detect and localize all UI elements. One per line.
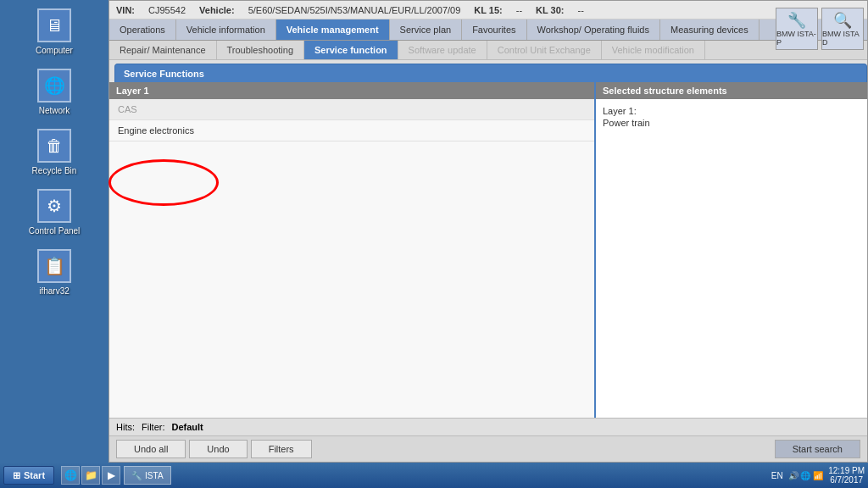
ifharv32-label: ifharv32 (39, 286, 70, 296)
sub-nav: Repair/ Maintenance Troubleshooting Serv… (109, 41, 867, 60)
taskbar-clock: 12:19 PM 6/7/2017 (828, 466, 865, 485)
nav-favourites[interactable]: Favourites (462, 19, 526, 40)
layer1-list: CAS Engine electronics (109, 99, 594, 418)
filter-label: Filter: (142, 422, 165, 432)
main-nav: Operations Vehicle information Vehicle m… (109, 19, 867, 41)
language-indicator: EN (771, 471, 783, 480)
computer-icon[interactable]: 🖥 Computer (20, 8, 88, 55)
control-panel-icon[interactable]: ⚙ Control Panel (20, 189, 88, 236)
ifharv32-icon[interactable]: 📋 ifharv32 (20, 249, 88, 296)
nav-vehicle-info[interactable]: Vehicle information (176, 19, 276, 40)
subnav-software-update: Software update (398, 41, 487, 59)
subnav-vehicle-mod: Vehicle modification (602, 41, 705, 59)
network-label: Network (39, 106, 70, 115)
right-panel: Selected structure elements Layer 1: Pow… (596, 82, 867, 418)
vin-label: VIN: (116, 5, 135, 15)
recycle-label: Recycle Bin (32, 166, 77, 175)
taskbar-ie-icon[interactable]: 🌐 (61, 466, 80, 485)
recycle-bin-icon[interactable]: 🗑 Recycle Bin (20, 129, 88, 175)
kl30-value: -- (578, 5, 584, 15)
main-app-window: 🔧 BMW ISTA-P 🔍 BMW ISTA D VIN: CJ95542 V… (108, 0, 868, 463)
list-item-engine-electronics[interactable]: Engine electronics (109, 120, 594, 141)
nav-measuring[interactable]: Measuring devices (660, 19, 760, 40)
recycle-icon-img: 🗑 (37, 129, 71, 163)
subnav-troubleshooting[interactable]: Troubleshooting (217, 41, 304, 59)
undo-button[interactable]: Undo (189, 440, 247, 458)
control-panel-label: Control Panel (29, 226, 81, 236)
taskbar-quick-icons: 🌐 📁 ▶ (61, 466, 120, 485)
control-panel-icon-img: ⚙ (37, 189, 71, 223)
struct-layer1-value: Power train (603, 118, 860, 128)
list-item-cas[interactable]: CAS (109, 99, 594, 120)
start-button[interactable]: ⊞ Start (3, 466, 54, 485)
nav-service-plan[interactable]: Service plan (390, 19, 463, 40)
network-icon[interactable]: 🌐 Network (20, 69, 88, 115)
hits-label: Hits: (116, 422, 135, 432)
bmw-ista-d-button[interactable]: 🔍 BMW ISTA D (821, 8, 864, 50)
filters-button[interactable]: Filters (251, 440, 312, 458)
action-buttons-bar: Undo all Undo Filters Start search (109, 435, 867, 462)
status-bar: Hits: Filter: Default (109, 418, 867, 435)
content-area: Layer 1 CAS Engine electronics Selected … (109, 82, 867, 418)
vin-value: CJ95542 (148, 5, 186, 15)
nav-operations[interactable]: Operations (109, 19, 176, 40)
vehicle-label: Vehicle: (199, 5, 235, 15)
vin-bar: VIN: CJ95542 Vehicle: 5/E60/SEDAN/525I/N… (109, 1, 867, 19)
subnav-control-unit: Control Unit Exchange (487, 41, 602, 59)
taskbar-right: EN 🔊 🌐 📶 12:19 PM 6/7/2017 (771, 466, 865, 485)
start-search-button[interactable]: Start search (775, 440, 860, 458)
kl15-value: -- (516, 5, 522, 15)
service-functions-tab-area: Service Functions (109, 60, 867, 82)
struct-layer1-label: Layer 1: (603, 106, 860, 116)
desktop-icons-area: 🖥 Computer 🌐 Network 🗑 Recycle Bin ⚙ Con… (0, 0, 108, 463)
subnav-repair[interactable]: Repair/ Maintenance (109, 41, 217, 59)
subnav-service-function[interactable]: Service function (304, 41, 398, 59)
network-icon-img: 🌐 (37, 69, 71, 103)
nav-workshop[interactable]: Workshop/ Operating fluids (527, 19, 660, 40)
service-functions-tab[interactable]: Service Functions (114, 64, 867, 83)
taskbar-ista-icon: 🔧 (131, 471, 142, 480)
undo-all-button[interactable]: Undo all (116, 440, 186, 458)
kl15-label: KL 15: (474, 5, 502, 15)
start-icon: ⊞ (13, 470, 20, 481)
bmw-ista-p-button[interactable]: 🔧 BMW ISTA-P (776, 8, 818, 50)
taskbar-ista-app[interactable]: 🔧 ISTA (124, 466, 170, 485)
selected-structure-content: Layer 1: Power train (596, 99, 867, 418)
left-panel: Layer 1 CAS Engine electronics (109, 82, 596, 418)
layer1-header: Layer 1 (109, 82, 594, 99)
taskbar-folder-icon[interactable]: 📁 (81, 466, 100, 485)
vehicle-value: 5/E60/SEDAN/525I/N53/MANUAL/EUR/LL/2007/… (248, 5, 461, 15)
taskbar: ⊞ Start 🌐 📁 ▶ 🔧 ISTA EN 🔊 🌐 📶 12:19 PM 6… (0, 463, 868, 488)
ifharv32-icon-img: 📋 (37, 249, 71, 283)
bmw-ista-d-label: BMW ISTA D (822, 30, 863, 47)
selected-structure-header: Selected structure elements (596, 82, 867, 99)
computer-icon-img: 🖥 (37, 8, 71, 42)
system-tray-icons: 🔊 🌐 📶 (788, 471, 824, 480)
kl30-label: KL 30: (536, 5, 564, 15)
nav-vehicle-mgmt[interactable]: Vehicle management (276, 19, 390, 40)
top-right-icons: 🔧 BMW ISTA-P 🔍 BMW ISTA D (776, 8, 864, 50)
bmw-ista-p-label: BMW ISTA-P (776, 30, 817, 47)
taskbar-media-icon[interactable]: ▶ (102, 466, 120, 485)
filter-value: Default (172, 422, 203, 432)
computer-label: Computer (36, 46, 73, 55)
